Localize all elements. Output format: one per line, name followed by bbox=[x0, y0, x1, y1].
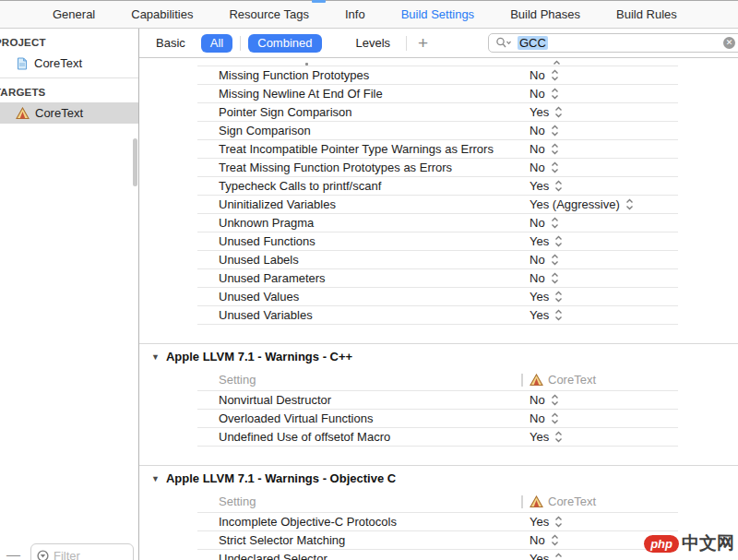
setting-value-dropdown[interactable]: Yes bbox=[530, 515, 563, 529]
window-top-accent bbox=[312, 0, 326, 3]
watermark-php-logo: php bbox=[644, 535, 679, 553]
setting-value: Yes bbox=[530, 308, 549, 322]
sidebar-filter-field[interactable] bbox=[30, 543, 134, 560]
target-editor-tab[interactable]: Resource Tags bbox=[229, 7, 308, 21]
setting-value-dropdown[interactable]: Yes bbox=[530, 552, 563, 560]
setting-name: Undeclared Selector bbox=[219, 552, 327, 560]
setting-value-dropdown[interactable]: No bbox=[530, 161, 559, 174]
settings-section: Missing Function Prototypes No bbox=[139, 66, 738, 325]
setting-name: Uninitialized Variables bbox=[219, 197, 336, 211]
project-file-icon bbox=[16, 57, 29, 70]
setting-name: Unused Variables bbox=[219, 308, 313, 322]
setting-row[interactable]: Unused Values Yes bbox=[197, 288, 678, 306]
stepper-icon bbox=[551, 161, 559, 173]
setting-row[interactable]: Unused Labels No bbox=[197, 251, 678, 269]
setting-row[interactable]: Treat Missing Function Prototypes as Err… bbox=[197, 159, 678, 177]
view-combined-button[interactable]: Combined bbox=[248, 34, 321, 53]
setting-value-dropdown[interactable]: No bbox=[530, 411, 559, 425]
setting-column-header: Setting bbox=[219, 494, 256, 508]
xcode-window: GeneralCapabilitiesResource TagsInfoBuil… bbox=[0, 0, 738, 560]
setting-row[interactable]: Unknown Pragma No bbox=[197, 214, 678, 232]
section-title-row[interactable]: ▼ Apple LLVM 7.1 - Warnings - C++ bbox=[139, 344, 738, 369]
section-rows: Missing Function Prototypes No bbox=[139, 66, 738, 325]
target-editor-tab[interactable]: General bbox=[53, 7, 95, 21]
settings-search-field[interactable]: GCC ✕ bbox=[488, 33, 738, 53]
stepper-icon bbox=[551, 254, 559, 266]
stepper-icon bbox=[553, 60, 561, 66]
setting-value-dropdown[interactable]: No bbox=[530, 87, 559, 101]
setting-row[interactable]: Undeclared Selector Yes bbox=[197, 550, 678, 560]
setting-row[interactable]: Overloaded Virtual Functions No bbox=[197, 410, 678, 428]
setting-row[interactable]: Unused Variables Yes bbox=[197, 306, 678, 325]
sidebar-item-target-coretext[interactable]: CoreText bbox=[0, 102, 138, 124]
watermark: php 中文网 bbox=[644, 531, 734, 555]
target-app-icon bbox=[16, 107, 30, 120]
targets-group-header: TARGETS bbox=[0, 87, 138, 98]
setting-row[interactable]: Unused Parameters No bbox=[197, 269, 678, 288]
setting-value: Yes bbox=[530, 105, 549, 119]
setting-row[interactable]: Sign Comparison No bbox=[197, 122, 678, 140]
target-editor-tab[interactable]: Info bbox=[345, 7, 365, 21]
setting-value-dropdown[interactable]: Yes bbox=[530, 179, 563, 193]
setting-value-dropdown[interactable]: Yes bbox=[530, 105, 563, 119]
sidebar-item-project-coretext[interactable]: CoreText bbox=[0, 53, 138, 74]
setting-value-dropdown[interactable]: Yes bbox=[530, 290, 563, 304]
setting-row[interactable]: Missing Newline At End Of File No bbox=[197, 85, 678, 103]
setting-row[interactable]: Incomplete Objective-C Protocols Yes bbox=[197, 513, 678, 531]
target-column-header: CoreText bbox=[521, 373, 596, 387]
disclosure-triangle-icon[interactable]: ▼ bbox=[151, 352, 160, 362]
watermark-text: 中文网 bbox=[682, 531, 734, 555]
add-setting-button[interactable]: + bbox=[418, 35, 428, 52]
scope-basic-button[interactable]: Basic bbox=[156, 36, 185, 50]
setting-value-dropdown[interactable]: Yes (Aggressive) bbox=[530, 197, 634, 211]
setting-value-dropdown[interactable]: No bbox=[530, 124, 559, 137]
setting-column-header: Setting bbox=[219, 373, 256, 387]
setting-row[interactable]: Typecheck Calls to printf/scanf Yes bbox=[197, 177, 678, 196]
search-clear-button[interactable]: ✕ bbox=[723, 37, 735, 49]
setting-row[interactable]: Nonvirtual Destructor No bbox=[197, 391, 678, 410]
setting-row[interactable]: Undefined Use of offsetof Macro Yes bbox=[197, 428, 678, 447]
setting-value-dropdown[interactable]: Yes bbox=[530, 430, 563, 444]
setting-row[interactable]: Uninitialized Variables Yes (Aggressive) bbox=[197, 196, 678, 214]
setting-value-dropdown[interactable]: No bbox=[530, 253, 559, 267]
setting-value-dropdown[interactable]: Yes bbox=[530, 308, 563, 322]
setting-row[interactable]: Strict Selector Matching No bbox=[197, 531, 678, 550]
scope-all-button[interactable]: All bbox=[201, 34, 232, 53]
section-title-row[interactable]: ▼ Apple LLVM 7.1 - Warnings - Objective … bbox=[139, 466, 738, 491]
target-editor-tab[interactable]: Build Rules bbox=[616, 7, 677, 21]
disclosure-triangle-icon[interactable]: ▼ bbox=[151, 474, 160, 483]
setting-name: Treat Incompatible Pointer Type Warnings… bbox=[219, 142, 494, 156]
target-editor-tab[interactable]: Build Phases bbox=[510, 7, 580, 21]
setting-row[interactable]: Pointer Sign Comparison Yes bbox=[197, 103, 678, 122]
stepper-icon bbox=[551, 534, 559, 546]
setting-row[interactable]: Unused Functions Yes bbox=[197, 232, 678, 251]
column-divider bbox=[521, 374, 523, 387]
setting-row[interactable]: Treat Incompatible Pointer Type Warnings… bbox=[197, 140, 678, 159]
target-editor-tab[interactable]: Build Settings bbox=[401, 7, 475, 21]
sidebar-scrollbar-thumb[interactable] bbox=[133, 138, 137, 186]
view-levels-button[interactable]: Levels bbox=[356, 36, 391, 50]
setting-value: No bbox=[530, 393, 545, 407]
clipped-setting-row[interactable] bbox=[197, 58, 678, 66]
target-editor-tab[interactable]: Capabilities bbox=[131, 7, 193, 21]
stepper-icon bbox=[554, 106, 563, 118]
setting-value-dropdown[interactable]: No bbox=[530, 393, 559, 407]
stepper-icon bbox=[625, 198, 634, 210]
setting-name: Sign Comparison bbox=[219, 124, 311, 137]
setting-name: Missing Newline At End Of File bbox=[219, 87, 383, 101]
setting-value: Yes bbox=[530, 234, 549, 248]
setting-name: Typecheck Calls to printf/scanf bbox=[219, 179, 381, 193]
minus-button[interactable]: — bbox=[6, 546, 20, 560]
setting-value-dropdown[interactable]: No bbox=[530, 216, 559, 230]
setting-row[interactable]: Missing Function Prototypes No bbox=[197, 66, 678, 85]
setting-value: No bbox=[530, 533, 545, 547]
filter-input[interactable] bbox=[54, 549, 120, 560]
setting-value-dropdown[interactable]: No bbox=[530, 533, 559, 547]
stepper-icon bbox=[554, 235, 563, 247]
stepper-icon bbox=[551, 412, 559, 424]
setting-value-dropdown[interactable]: No bbox=[530, 68, 559, 82]
setting-value-dropdown[interactable]: Yes bbox=[530, 234, 563, 248]
setting-value: No bbox=[530, 68, 545, 82]
setting-value-dropdown[interactable]: No bbox=[530, 271, 559, 285]
setting-value-dropdown[interactable]: No bbox=[530, 142, 559, 156]
